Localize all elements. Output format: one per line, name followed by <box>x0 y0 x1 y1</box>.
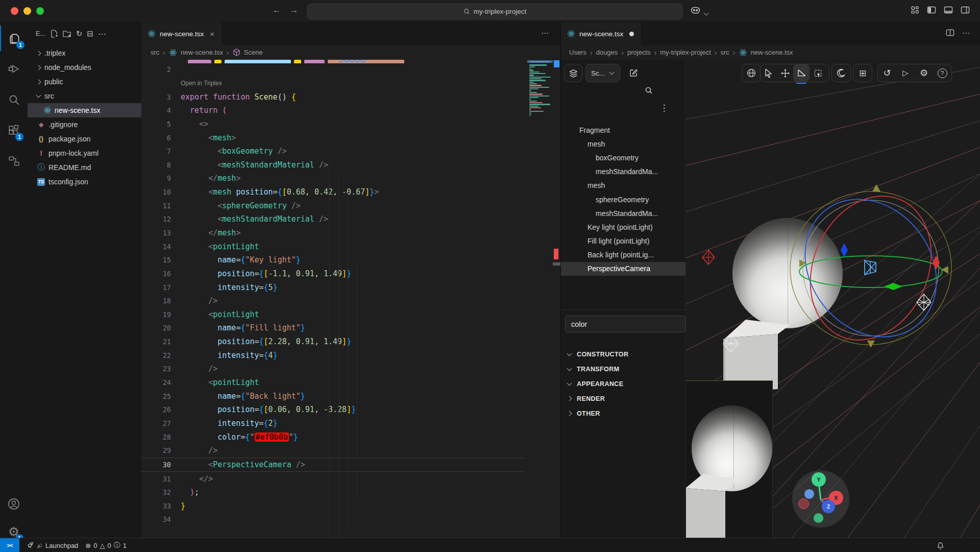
code-line-24[interactable]: 24 <pointLight <box>141 376 524 390</box>
close-window-button[interactable] <box>11 7 18 15</box>
code-line-17[interactable]: 17 intensity={5} <box>141 280 524 294</box>
breadcrumb-item[interactable]: projects <box>627 49 651 56</box>
axis-y-ball[interactable]: Y <box>812 472 826 487</box>
scene-node-boxgeometry[interactable]: boxGeometry <box>561 151 685 164</box>
file-item-src[interactable]: src <box>28 89 141 103</box>
remote-indicator[interactable]: >< <box>0 538 19 552</box>
axis-neg-ball[interactable] <box>798 498 809 509</box>
code-line-21[interactable]: 21 position={[2.28, 0.91, 1.49]} <box>141 335 524 349</box>
code-line-8[interactable]: 8 <meshStandardMaterial /> <box>141 158 524 172</box>
code-line-13[interactable]: 13 </mesh> <box>141 226 524 240</box>
breadcrumb-item[interactable]: new-scene.tsx <box>181 49 223 56</box>
camera-preview[interactable] <box>685 380 773 538</box>
code-line-33[interactable]: 33} <box>141 499 524 513</box>
globe-button[interactable] <box>742 64 761 82</box>
code-line-7[interactable]: 7 <boxGeometry /> <box>141 145 524 158</box>
code-line-12[interactable]: 12 <meshStandardMaterial /> <box>141 212 524 226</box>
point-light-helper-key[interactable] <box>702 250 715 265</box>
close-icon[interactable]: × <box>210 30 214 38</box>
code-line-31[interactable]: 31 </> <box>141 472 524 486</box>
cursor-tool[interactable] <box>761 64 777 82</box>
scene-node-meshstandardma-[interactable]: meshStandardMa... <box>561 206 685 220</box>
scene-node-mesh[interactable]: mesh <box>561 179 685 193</box>
sidebar-item-run-debug[interactable] <box>0 56 28 82</box>
point-light-helper-back[interactable] <box>916 294 932 311</box>
file-item--triplex[interactable]: .triplex <box>28 46 141 60</box>
notifications-bell[interactable] <box>937 542 944 549</box>
toggle-sidebar-right-icon[interactable] <box>961 6 970 14</box>
settings-icon[interactable]: ⚙ <box>916 64 932 82</box>
scene-node-mesh[interactable]: mesh <box>561 137 685 151</box>
scene-node-key-light-pointlight-[interactable]: Key light (pointLight) <box>561 220 685 234</box>
code-line-22[interactable]: 22 intensity={4} <box>141 348 524 362</box>
breadcrumb-item[interactable]: douges <box>596 49 618 56</box>
file-item-tsconfig-json[interactable]: TStsconfig.json <box>28 175 141 189</box>
new-file-icon[interactable] <box>50 30 58 38</box>
axis-z-ball[interactable]: Z <box>822 500 835 513</box>
file-item-package-json[interactable]: {}package.json <box>28 132 141 146</box>
refresh-icon[interactable]: ↻ <box>76 29 83 38</box>
code-line-29[interactable]: 29 /> <box>141 444 524 458</box>
file-item-node-modules[interactable]: node_modules <box>28 60 141 75</box>
code-line-2[interactable]: 2 <box>141 63 524 77</box>
sidebar-item-triplex-scenes[interactable] <box>0 148 28 174</box>
toggle-panel-icon[interactable] <box>944 6 953 14</box>
code-line-6[interactable]: 6 <mesh> <box>141 131 524 145</box>
scene-node-fragment[interactable]: Fragment <box>561 123 685 137</box>
code-line-5[interactable]: 5 <> <box>141 117 524 131</box>
code-line-20[interactable]: 20 name={"Fill light"} <box>141 321 524 335</box>
code-line-9[interactable]: 9 </mesh> <box>141 172 524 185</box>
code-line-18[interactable]: 18 /> <box>141 294 524 308</box>
minimap[interactable] <box>528 60 552 538</box>
code-line-27[interactable]: 27 intensity={2} <box>141 417 524 430</box>
section-other[interactable]: OTHER <box>561 406 685 421</box>
scene-node-fill-light-pointlight-[interactable]: Fill light (pointLight) <box>561 234 685 248</box>
section-appearance[interactable]: APPEARANCE <box>561 376 685 391</box>
section-render[interactable]: RENDER <box>561 391 685 406</box>
undo-icon[interactable]: ↺ <box>879 64 895 82</box>
code-line-16[interactable]: 16 position={[-1.1, 0.91, 1.49]} <box>141 267 524 281</box>
more-actions-icon[interactable]: ⋯ <box>98 29 107 39</box>
breadcrumb-item[interactable]: src <box>151 49 159 56</box>
code-lens[interactable]: Open in Triplex <box>141 77 524 90</box>
sidebar-item-explorer[interactable]: 1 <box>0 26 29 51</box>
section-transform[interactable]: TRANSFORM <box>561 362 685 376</box>
point-light-helper-fill[interactable] <box>723 334 739 353</box>
scene-node-perspectivecamera[interactable]: PerspectiveCamera <box>561 262 685 276</box>
scene-select-dropdown[interactable]: Sc... <box>585 64 620 82</box>
chevron-down-icon[interactable] <box>704 8 709 17</box>
breadcrumb-item[interactable]: new-scene.tsx <box>751 49 793 56</box>
axis-neg-ball[interactable] <box>804 489 814 499</box>
code-line-23[interactable]: 23 /> <box>141 362 524 376</box>
collapse-all-icon[interactable]: ⊟ <box>87 29 93 38</box>
layers-button[interactable] <box>564 64 582 82</box>
code-line-25[interactable]: 25 name={"Back light"} <box>141 389 524 403</box>
customize-layout-icon[interactable] <box>911 6 919 14</box>
code-line-30[interactable]: 30 <PerspectiveCamera /> <box>141 458 524 472</box>
minimize-window-button[interactable] <box>23 7 31 15</box>
grid-button[interactable]: ⊞ <box>853 64 872 82</box>
scene-node-back-light-pointlig-[interactable]: Back light (pointLig... <box>561 248 685 262</box>
code-area[interactable]: xxxxxxxx 2Open in Triplex3export functio… <box>141 60 560 538</box>
breadcrumb-item[interactable]: Scene <box>244 49 263 56</box>
maximize-window-button[interactable] <box>36 7 44 15</box>
code-line-15[interactable]: 15 name={"Key light"} <box>141 253 524 267</box>
triplex-more-actions-icon[interactable]: ⋯ <box>962 29 970 38</box>
breadcrumb-item[interactable]: my-triplex-project <box>660 49 711 56</box>
scene-node-meshstandardma-[interactable]: meshStandardMa... <box>561 165 685 179</box>
play-icon[interactable]: ▷ <box>897 64 914 82</box>
file-item-new-scene-tsx[interactable]: new-scene.tsx <box>28 103 141 117</box>
sidebar-item-search[interactable] <box>0 87 28 112</box>
axis-neg-ball[interactable] <box>814 513 823 523</box>
new-folder-icon[interactable] <box>63 30 71 38</box>
code-line-4[interactable]: 4 return ( <box>141 104 524 117</box>
tab-new-scene[interactable]: new-scene.tsx × <box>141 22 221 45</box>
accounts-icon[interactable] <box>0 491 28 517</box>
transform-marquee-tool[interactable] <box>810 64 826 82</box>
code-line-26[interactable]: 26 position={[0.06, 0.91, -3.28]} <box>141 403 524 417</box>
command-center-search[interactable]: my-triplex-project <box>307 4 682 19</box>
night-mode-button[interactable] <box>831 64 851 82</box>
navigation-gizmo[interactable]: Y X Z <box>792 470 849 527</box>
dirty-indicator[interactable] <box>629 32 634 36</box>
file-item--gitignore[interactable]: ◆.gitignore <box>28 117 141 132</box>
